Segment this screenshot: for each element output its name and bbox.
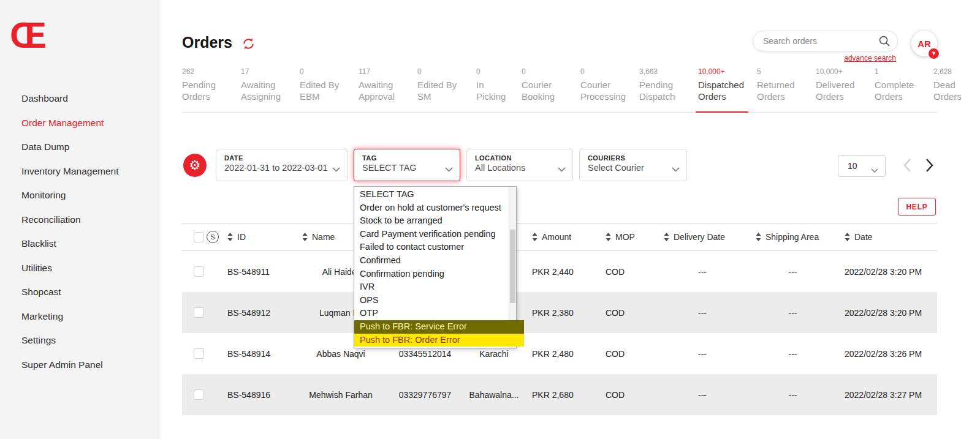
cell-amount: PKR 2,440 <box>525 267 598 277</box>
tag-option-ops[interactable]: OPS <box>354 294 516 307</box>
tab-courier-processing[interactable]: 0Courier Processing <box>580 67 626 112</box>
pagination-next-button[interactable] <box>925 158 933 175</box>
column-header-id[interactable]: ID <box>220 232 295 242</box>
tab-dead-orders[interactable]: 2,628Dead Orders <box>933 67 979 112</box>
select-all-checkbox[interactable] <box>194 232 204 242</box>
tab-count: 17 <box>241 67 286 76</box>
search-box <box>753 31 898 51</box>
tag-option-order-on-hold[interactable]: Order on hold at customer's request <box>354 201 516 215</box>
cell-mop: COD <box>598 390 656 400</box>
sidebar: Œ Dashboard Order Management Data Dump I… <box>0 0 159 439</box>
row-checkbox[interactable] <box>194 307 204 318</box>
help-button[interactable]: HELP <box>898 198 936 216</box>
table-header-row: S ID Name Amount MOP Delivery Date Shipp… <box>182 223 937 251</box>
tab-edited-by-sm[interactable]: 0Edited By SM <box>417 67 463 112</box>
tab-edited-by-ebm[interactable]: 0Edited By EBM <box>300 67 345 112</box>
status-tabs: 262Pending Orders 17Awaiting Assigning 0… <box>182 67 937 113</box>
sidebar-item-super-admin-panel[interactable]: Super Admin Panel <box>0 353 159 377</box>
advance-search-link[interactable]: advance search <box>844 54 896 62</box>
column-header-shipping-area[interactable]: Shipping Area <box>748 232 837 242</box>
row-checkbox[interactable] <box>194 266 204 277</box>
tag-option-confirmed[interactable]: Confirmed <box>354 254 516 268</box>
tab-awaiting-assigning[interactable]: 17Awaiting Assigning <box>241 67 286 112</box>
tag-filter-label: TAG <box>362 154 443 162</box>
tab-count: 0 <box>417 67 463 76</box>
tab-count: 2,628 <box>933 67 979 76</box>
tab-label: Dispatched Orders <box>698 79 743 102</box>
tab-returned-orders[interactable]: 5Returned Orders <box>757 67 802 112</box>
location-filter-value: All Locations <box>475 163 555 173</box>
column-header-delivery-date[interactable]: Delivery Date <box>656 232 748 242</box>
row-checkbox[interactable] <box>194 348 204 359</box>
tab-delivered-orders[interactable]: 10,000+Delivered Orders <box>816 67 861 112</box>
tab-pending-dispatch[interactable]: 3,663Pending Dispatch <box>639 67 685 112</box>
sidebar-item-order-management[interactable]: Order Management <box>0 111 159 135</box>
tag-filter[interactable]: TAG SELECT TAG <box>354 149 460 181</box>
tag-option-ivr[interactable]: IVR <box>354 280 516 294</box>
search-input[interactable] <box>763 36 878 46</box>
tag-option-select-tag[interactable]: SELECT TAG <box>354 188 516 201</box>
sidebar-item-shopcast[interactable]: Shopcast <box>0 280 159 304</box>
cell-shipping-area: --- <box>748 349 837 359</box>
column-header-date[interactable]: Date <box>837 232 937 242</box>
tab-in-picking[interactable]: 0In Picking <box>476 67 508 112</box>
tag-option-push-to-fbr-order-error[interactable]: Push to FBR: Order Error <box>354 334 524 347</box>
sort-icon <box>302 233 308 241</box>
page-size-select[interactable]: 10 <box>838 155 886 177</box>
page-size-value: 10 <box>848 161 857 171</box>
cell-shipping-area: --- <box>748 308 837 318</box>
tag-option-failed-to-contact-customer[interactable]: Failed to contact customer <box>354 241 516 254</box>
column-header-mop[interactable]: MOP <box>598 232 656 242</box>
tab-awaiting-approval[interactable]: 117Awaiting Approval <box>359 67 404 112</box>
sidebar-item-monitoring[interactable]: Monitoring <box>0 183 159 208</box>
tab-dispatched-orders[interactable]: 10,000+Dispatched Orders <box>698 67 743 112</box>
sidebar-item-utilities[interactable]: Utilities <box>0 256 159 280</box>
chevron-down-icon <box>445 163 453 174</box>
date-filter[interactable]: DATE 2022-01-31 to 2022-03-01 <box>216 149 348 181</box>
cell-mop: COD <box>598 267 656 277</box>
cell-mop: COD <box>598 349 656 359</box>
tab-label: Returned Orders <box>757 79 802 102</box>
tag-option-card-payment-verification-pending[interactable]: Card Payment verification pending <box>354 228 516 241</box>
table-row[interactable]: BS-548911 Ali Haider PKR 2,440 COD --- -… <box>182 251 937 292</box>
orders-table: S ID Name Amount MOP Delivery Date Shipp… <box>182 223 937 415</box>
sidebar-item-marketing[interactable]: Marketing <box>0 304 159 329</box>
filter-settings-button[interactable]: ⚙ <box>183 154 207 177</box>
couriers-filter[interactable]: COURIERS Select Courier <box>579 149 687 181</box>
tag-option-push-to-fbr-service-error[interactable]: Push to FBR: Service Error <box>354 320 524 334</box>
refresh-icon[interactable] <box>241 37 256 51</box>
table-row[interactable]: BS-548914 Abbas Naqvi 03345512014 Karach… <box>182 333 937 374</box>
tag-option-confirmation-pending[interactable]: Confirmation pending <box>354 268 516 281</box>
tag-option-otp[interactable]: OTP <box>354 307 516 320</box>
cell-name: Mehwish Farhan <box>295 390 387 400</box>
tab-count: 3,663 <box>639 67 685 76</box>
search-icon[interactable] <box>878 34 891 48</box>
pagination-prev-button[interactable] <box>903 158 911 175</box>
row-checkbox[interactable] <box>194 389 204 400</box>
cell-id: BS-548911 <box>220 267 295 277</box>
sidebar-item-reconciliation[interactable]: Reconciliation <box>0 208 159 232</box>
table-row[interactable]: BS-548912 Luqman Lu PKR 2,380 COD --- --… <box>182 292 937 333</box>
tab-complete-orders[interactable]: 1Complete Orders <box>875 67 920 112</box>
table-row[interactable]: BS-548916 Mehwish Farhan 03329776797 Bah… <box>182 374 937 415</box>
column-header-amount[interactable]: Amount <box>525 232 598 242</box>
page-title: Orders <box>182 34 232 51</box>
sidebar-item-dashboard[interactable]: Dashboard <box>0 86 159 111</box>
cell-mop: COD <box>598 308 656 318</box>
location-filter[interactable]: LOCATION All Locations <box>466 149 573 181</box>
sidebar-item-settings[interactable]: Settings <box>0 328 159 353</box>
tab-count: 0 <box>300 67 345 76</box>
cell-city: Bahawalna... <box>463 390 525 400</box>
sidebar-item-data-dump[interactable]: Data Dump <box>0 135 159 159</box>
tab-label: Courier Processing <box>580 79 626 102</box>
tab-courier-booking[interactable]: 0Courier Booking <box>522 67 567 112</box>
sidebar-item-inventory-management[interactable]: Inventory Management <box>0 159 159 184</box>
cell-date: 2022/02/28 3:20 PM <box>837 308 937 318</box>
tab-label: Pending Orders <box>182 79 227 102</box>
sort-icon <box>227 233 233 241</box>
cell-amount: PKR 2,380 <box>525 308 598 318</box>
tab-pending-orders[interactable]: 262Pending Orders <box>182 67 227 112</box>
avatar[interactable]: AR ▼ <box>911 31 937 56</box>
tag-option-stock-to-be-arranged[interactable]: Stock to be arranged <box>354 214 516 228</box>
sidebar-item-blacklist[interactable]: Blacklist <box>0 231 159 256</box>
